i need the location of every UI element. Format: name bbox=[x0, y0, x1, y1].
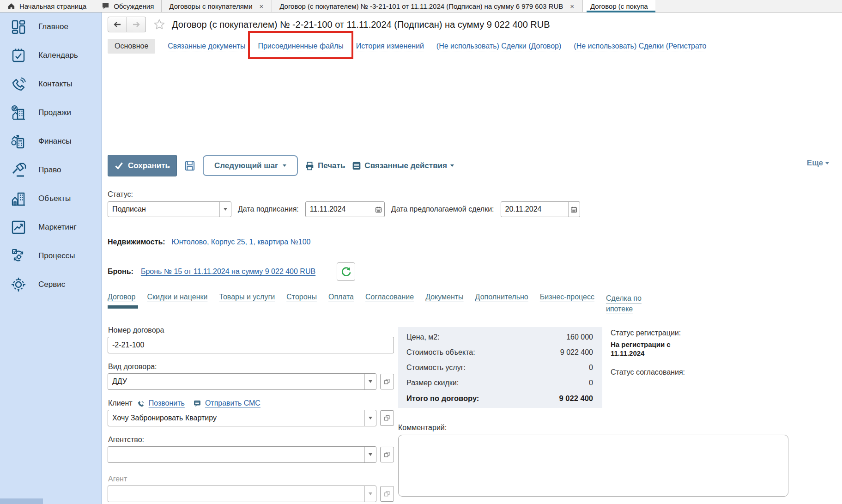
sidebar-item-law[interactable]: Право bbox=[0, 156, 102, 184]
realty-link[interactable]: Юнтолово, Корпус 25, 1, квартира №100 bbox=[172, 238, 311, 246]
page-title: Договор (с покупателем) № -2-21-100 от 1… bbox=[172, 19, 550, 30]
send-sms-link[interactable]: Отправить СМС bbox=[205, 399, 260, 407]
sidebar-item-label: Продажи bbox=[38, 108, 71, 117]
arrow-right-icon bbox=[132, 20, 141, 29]
tab-deals-registrar[interactable]: (Не использовать) Сделки (Регистрато bbox=[574, 42, 706, 50]
summary-label: Стоимость услуг: bbox=[406, 364, 466, 372]
forward-button[interactable] bbox=[127, 17, 146, 32]
sidebar-item-contacts[interactable]: Контакты bbox=[0, 70, 102, 98]
refresh-button[interactable] bbox=[337, 262, 355, 281]
comment-textarea[interactable] bbox=[398, 435, 788, 497]
sign-date-label: Дата подписания: bbox=[238, 205, 299, 213]
related-actions-button[interactable]: Связанные действия bbox=[352, 161, 454, 170]
contract-number-input[interactable] bbox=[108, 337, 394, 353]
contract-type-input[interactable] bbox=[108, 374, 364, 389]
deal-date-label: Дата предполагаемой сделки: bbox=[391, 205, 494, 213]
booking-link[interactable]: Бронь № 15 от 11.11.2024 на сумму 9 022 … bbox=[141, 267, 315, 276]
app-tab-label: Договоры с покупателями bbox=[169, 2, 252, 10]
sidebar-scrollbar-thumb[interactable] bbox=[0, 498, 43, 504]
next-step-button[interactable]: Следующий шаг bbox=[203, 155, 298, 176]
subtab-discounts[interactable]: Скидки и наценки bbox=[147, 293, 207, 303]
service-gear-icon bbox=[10, 276, 27, 293]
app-tab-discussions[interactable]: Обсуждения bbox=[94, 0, 162, 12]
agent-combobox bbox=[108, 486, 376, 502]
sidebar-item-service[interactable]: Сервис bbox=[0, 270, 102, 299]
tab-change-history[interactable]: История изменений bbox=[356, 42, 424, 50]
calendar-picker-button[interactable] bbox=[568, 202, 580, 217]
subtab-parties[interactable]: Стороны bbox=[286, 293, 317, 303]
summary-label: Итого по договору: bbox=[406, 394, 479, 403]
agent-field: Агент bbox=[108, 475, 394, 502]
sign-date-input[interactable] bbox=[306, 202, 373, 217]
tab-related-documents[interactable]: Связанные документы bbox=[168, 42, 245, 50]
sidebar-item-label: Объекты bbox=[38, 194, 71, 203]
sidebar-item-calendar[interactable]: Календарь bbox=[0, 41, 102, 70]
registration-status-label: Статус регистрации: bbox=[611, 329, 703, 337]
tab-main[interactable]: Основное bbox=[108, 39, 155, 54]
deal-date-input[interactable] bbox=[501, 202, 568, 217]
client-combobox bbox=[108, 410, 376, 426]
save-button[interactable]: Сохранить bbox=[108, 155, 177, 176]
agency-input[interactable] bbox=[108, 447, 364, 462]
close-icon[interactable]: × bbox=[569, 2, 575, 10]
client-input[interactable] bbox=[108, 410, 364, 426]
registration-status-value: На регистрации с 11.11.2024 bbox=[611, 340, 703, 358]
subtab-contract[interactable]: Договор bbox=[108, 293, 135, 303]
subtab-additional[interactable]: Дополнительно bbox=[475, 293, 528, 303]
summary-value: 0 bbox=[589, 379, 593, 387]
favorite-star-icon[interactable] bbox=[153, 18, 165, 30]
tab-attached-files[interactable]: Присоединенные файлы bbox=[258, 42, 343, 50]
dropdown-button[interactable] bbox=[364, 486, 376, 502]
save-file-button[interactable] bbox=[184, 161, 196, 171]
subtab-documents[interactable]: Документы bbox=[425, 293, 463, 303]
app-tab-contract-100-active[interactable]: Договор (с покупа bbox=[583, 0, 655, 12]
sidebar-item-processes[interactable]: Процессы bbox=[0, 242, 102, 270]
sections-sidebar: Главное Календарь Контакты Продажи Финан… bbox=[0, 12, 102, 504]
subtab-approval[interactable]: Согласование bbox=[365, 293, 414, 303]
subtab-mortgage-deal[interactable]: Сделка по ипотеке bbox=[606, 293, 652, 316]
summary-label: Цена, м2: bbox=[406, 333, 440, 341]
dropdown-button[interactable] bbox=[364, 410, 376, 426]
sidebar-item-marketing[interactable]: Маркетинг bbox=[0, 213, 102, 242]
open-item-button[interactable] bbox=[380, 410, 394, 426]
app-tab-label: Договор (с покупателем) № -3-21-101 от 1… bbox=[279, 2, 563, 10]
status-input[interactable] bbox=[108, 202, 219, 217]
open-item-button[interactable] bbox=[380, 447, 394, 462]
close-icon[interactable]: × bbox=[259, 2, 265, 10]
related-actions-icon bbox=[352, 161, 361, 170]
agent-input[interactable] bbox=[108, 486, 364, 502]
sidebar-item-sales[interactable]: Продажи bbox=[0, 98, 102, 127]
chevron-down-icon bbox=[283, 164, 286, 167]
app-tab-home[interactable]: Начальная страница bbox=[0, 0, 94, 12]
subtab-payment[interactable]: Оплата bbox=[328, 293, 354, 303]
open-link-icon bbox=[384, 415, 390, 421]
form-nav-tabs: Основное Связанные документы Присоединен… bbox=[108, 39, 706, 54]
tab-deals-contract[interactable]: (Не использовать) Сделки (Договор) bbox=[436, 42, 561, 50]
sidebar-item-main[interactable]: Главное bbox=[0, 12, 102, 41]
call-link[interactable]: Позвонить bbox=[149, 399, 185, 407]
subtab-goods-services[interactable]: Товары и услуги bbox=[219, 293, 275, 303]
print-button[interactable]: Печать bbox=[305, 161, 345, 170]
back-button[interactable] bbox=[108, 17, 127, 32]
realty-label: Недвижимость: bbox=[108, 238, 165, 246]
contract-type-combobox bbox=[108, 373, 376, 390]
more-button[interactable]: Еще bbox=[807, 158, 829, 168]
open-item-button[interactable] bbox=[380, 486, 394, 502]
dropdown-button[interactable] bbox=[364, 374, 376, 389]
subtab-business-process[interactable]: Бизнес-процесс bbox=[540, 293, 594, 303]
chevron-down-icon bbox=[369, 417, 372, 419]
sidebar-item-finance[interactable]: Финансы bbox=[0, 127, 102, 156]
client-label: Клиент bbox=[108, 399, 133, 407]
summary-row-total: Итого по договору: 9 022 400 bbox=[406, 394, 593, 403]
sms-icon bbox=[194, 400, 201, 407]
processes-icon bbox=[10, 248, 27, 264]
open-item-button[interactable] bbox=[380, 374, 394, 389]
dropdown-button[interactable] bbox=[364, 447, 376, 462]
app-tab-contract-101[interactable]: Договор (с покупателем) № -3-21-101 от 1… bbox=[272, 0, 583, 12]
app-tab-contract-list[interactable]: Договоры с покупателями × bbox=[162, 0, 272, 12]
dropdown-button[interactable] bbox=[219, 202, 231, 217]
status-row: Дата подписания: Дата предполагаемой сде… bbox=[108, 201, 580, 217]
comment-label: Комментарий: bbox=[398, 424, 447, 432]
calendar-picker-button[interactable] bbox=[373, 202, 384, 217]
sidebar-item-objects[interactable]: Объекты bbox=[0, 184, 102, 213]
